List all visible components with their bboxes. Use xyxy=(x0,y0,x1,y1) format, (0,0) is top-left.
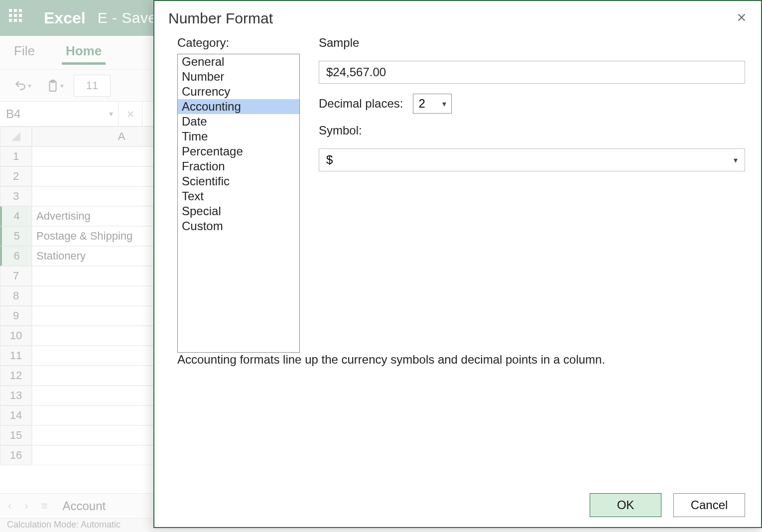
chevron-down-icon: ▾ xyxy=(28,82,31,90)
category-item[interactable]: Custom xyxy=(178,219,299,234)
symbol-value: $ xyxy=(326,153,333,167)
undo-button[interactable]: ▾ xyxy=(9,75,36,97)
dialog-footer: OK Cancel xyxy=(154,483,761,527)
row-header[interactable]: 11 xyxy=(0,346,32,366)
clipboard-icon xyxy=(46,78,59,93)
name-box[interactable]: B4 ▾ xyxy=(0,102,119,126)
category-item[interactable]: Scientific xyxy=(178,174,299,189)
category-label: Category: xyxy=(177,36,300,50)
category-item[interactable]: Percentage xyxy=(178,144,299,159)
row-header[interactable]: 1 xyxy=(0,146,32,166)
category-item[interactable]: Text xyxy=(178,189,299,204)
select-all-corner[interactable] xyxy=(0,127,32,146)
category-item[interactable]: Time xyxy=(178,129,299,144)
tab-file[interactable]: File xyxy=(13,39,36,66)
chevron-down-icon: ▾ xyxy=(60,82,64,90)
symbol-label: Symbol: xyxy=(319,124,745,137)
row-header[interactable]: 3 xyxy=(0,186,32,206)
row-header[interactable]: 2 xyxy=(0,166,32,186)
category-item[interactable]: Special xyxy=(178,204,299,219)
row-header[interactable]: 12 xyxy=(0,366,32,386)
row-header[interactable]: 8 xyxy=(0,286,32,306)
svg-marker-2 xyxy=(11,132,20,141)
format-description: Accounting formats line up the currency … xyxy=(177,353,738,367)
category-item[interactable]: Number xyxy=(178,69,299,84)
document-title[interactable]: E - Save xyxy=(98,9,157,26)
category-item[interactable]: Date xyxy=(178,114,299,129)
name-box-value: B4 xyxy=(6,107,20,121)
chevron-down-icon: ▾ xyxy=(442,99,446,109)
decimal-places-label: Decimal places: xyxy=(319,97,403,111)
row-header[interactable]: 14 xyxy=(0,405,32,425)
symbol-select[interactable]: $ ▾ xyxy=(319,148,745,171)
paste-button[interactable]: ▾ xyxy=(41,75,69,97)
ok-button[interactable]: OK xyxy=(590,493,661,517)
undo-icon xyxy=(14,79,27,92)
dialog-title: Number Format xyxy=(168,10,273,27)
cancel-button[interactable]: Cancel xyxy=(673,493,745,517)
category-item[interactable]: General xyxy=(178,54,299,69)
category-item[interactable]: Fraction xyxy=(178,159,299,174)
category-listbox[interactable]: GeneralNumberCurrencyAccountingDateTimeP… xyxy=(177,54,300,353)
sheet-tab[interactable]: Account xyxy=(58,497,111,515)
category-item[interactable]: Currency xyxy=(178,84,299,99)
row-header[interactable]: 10 xyxy=(0,326,32,346)
row-header[interactable]: 9 xyxy=(0,306,32,326)
row-header[interactable]: 13 xyxy=(0,386,32,405)
x-icon xyxy=(126,109,135,119)
dialog-body: Category: GeneralNumberCurrencyAccountin… xyxy=(154,36,761,353)
number-format-dialog: Number Format Category: GeneralNumberCur… xyxy=(153,0,762,528)
chevron-down-icon: ▾ xyxy=(109,109,113,119)
app-launcher-icon[interactable] xyxy=(9,9,27,27)
options-column: Sample $24,567.00 Decimal places: 2 ▾ Sy… xyxy=(319,36,745,353)
row-header[interactable]: 4 xyxy=(0,206,32,226)
tab-home[interactable]: Home xyxy=(65,39,103,66)
row-header[interactable]: 15 xyxy=(0,425,32,445)
sheet-prev-button[interactable]: ‹ xyxy=(5,500,14,513)
cancel-formula-button[interactable] xyxy=(119,102,142,126)
category-item[interactable]: Accounting xyxy=(178,99,299,114)
row-header[interactable]: 6 xyxy=(0,246,32,266)
all-sheets-button[interactable]: ≡ xyxy=(38,500,51,513)
sample-value-box: $24,567.00 xyxy=(319,61,745,84)
row-header[interactable]: 5 xyxy=(0,226,32,246)
app-name: Excel xyxy=(44,9,86,27)
chevron-down-icon: ▾ xyxy=(734,155,738,165)
dialog-close-button[interactable] xyxy=(736,10,747,26)
row-header[interactable]: 16 xyxy=(0,445,32,465)
close-icon xyxy=(736,12,747,23)
row-header[interactable]: 7 xyxy=(0,266,32,286)
decimal-places-input[interactable]: 2 ▾ xyxy=(413,94,452,114)
sheet-next-button[interactable]: › xyxy=(21,500,31,513)
decimal-places-value: 2 xyxy=(418,97,425,111)
dialog-header: Number Format xyxy=(154,1,761,36)
category-column: Category: GeneralNumberCurrencyAccountin… xyxy=(177,36,300,353)
sample-label: Sample xyxy=(319,36,745,50)
font-size-input[interactable]: 11 xyxy=(74,75,111,97)
